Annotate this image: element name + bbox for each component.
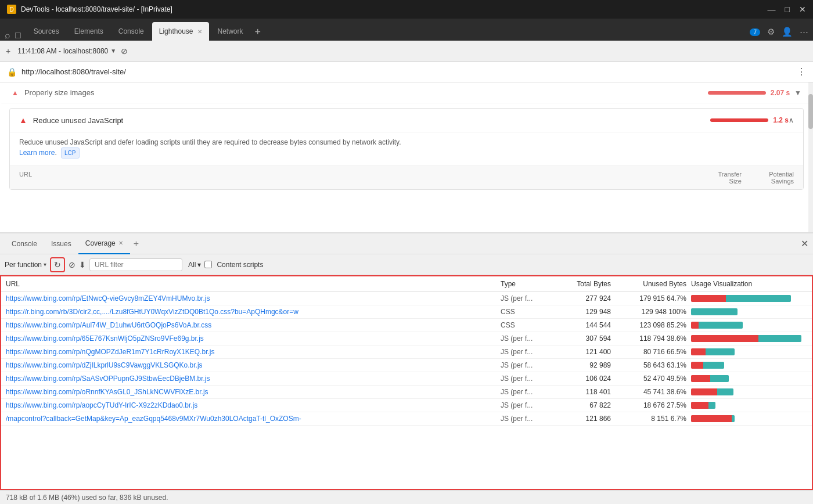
row-type: JS (per f...: [501, 401, 553, 409]
close-button[interactable]: ✕: [799, 5, 806, 14]
coverage-toolbar: Per function ▾ ↻ ⊘ ⬇ All ▾ Content scrip…: [0, 254, 813, 275]
viz-bar: [691, 375, 729, 382]
bottom-tab-issues[interactable]: Issues: [44, 233, 78, 254]
reload-and-record-button[interactable]: ↻: [50, 257, 65, 272]
row-url[interactable]: https://www.bing.com/rp/SaASvOPPupnGJ9St…: [6, 375, 501, 383]
export-coverage-button[interactable]: ⬇: [79, 260, 86, 269]
row-url[interactable]: https://r.bing.com/rb/3D/cir2,cc,..../Lz…: [6, 308, 501, 316]
viz-bar: [691, 322, 743, 329]
all-filter-dropdown[interactable]: All ▾: [188, 261, 201, 269]
table-row[interactable]: https://www.bing.com/rp/dZjILkprlU9sC9Va…: [1, 359, 812, 372]
bottom-tab-coverage[interactable]: Coverage ✕: [78, 233, 130, 254]
toolbar-url[interactable]: localhost:8080: [63, 47, 108, 55]
viz-bar: [691, 402, 715, 409]
bottom-tab-coverage-close[interactable]: ✕: [118, 240, 123, 246]
profile-icon[interactable]: 👤: [782, 27, 793, 37]
row-viz: [691, 362, 807, 369]
coverage-content-wrapper: URL Type Total Bytes Unused Bytes Usage …: [0, 275, 813, 490]
table-row[interactable]: https://www.bing.com/rp/65E767KsnWljO5pZ…: [1, 332, 812, 345]
learn-more-link[interactable]: Learn more: [19, 149, 55, 157]
bottom-tab-console[interactable]: Console: [5, 233, 44, 254]
url-filter-input[interactable]: [89, 258, 182, 271]
row-viz: [691, 388, 807, 395]
stop-coverage-button[interactable]: ⊘: [69, 260, 75, 269]
tab-elements[interactable]: Elements: [67, 22, 110, 41]
bottom-tab-issues-label: Issues: [51, 240, 71, 248]
row-url[interactable]: https://www.bing.com/rp/aopcCyTUdY-IrIC-…: [6, 401, 501, 409]
tab-lighthouse[interactable]: Lighthouse ✕: [152, 22, 210, 41]
table-row[interactable]: https://www.bing.com/rp/EtNwcQ-vieGvcy8m…: [1, 292, 812, 305]
minimize-button[interactable]: —: [768, 5, 776, 14]
table-row[interactable]: /mapcontrol?callback=GetMap&key=Ap_eazGq…: [1, 412, 812, 426]
audit-bar-container: [710, 118, 768, 122]
tab-lighthouse-close[interactable]: ✕: [197, 28, 202, 35]
notification-badge[interactable]: 7: [750, 28, 760, 36]
url-bar-text[interactable]: http://localhost:8080/travel-site/: [21, 67, 792, 76]
tab-console[interactable]: Console: [111, 22, 151, 41]
viz-bar-used: [691, 375, 710, 382]
table-row[interactable]: https://www.bing.com/rp/nQgMOPZdJeR1m7Y1…: [1, 345, 812, 359]
row-total: 118 401: [553, 388, 611, 396]
add-tab-icon[interactable]: +: [6, 46, 10, 56]
tab-elements-label: Elements: [74, 27, 103, 35]
audit-bar: [710, 118, 768, 122]
row-url[interactable]: https://www.bing.com/rp/oRnnfKYAsGL0_JSh…: [6, 388, 501, 396]
row-unused: 129 948 100%: [611, 308, 686, 316]
url-bar-menu-icon[interactable]: ⋮: [797, 66, 806, 77]
per-function-dropdown[interactable]: Per function ▾: [5, 261, 46, 269]
main-area: ▲ Properly size images 2.07 s ▼ ▲ Reduce…: [0, 82, 813, 504]
row-url[interactable]: https://www.bing.com/rp/nQgMOPZdJeR1m7Y1…: [6, 348, 501, 356]
toolbar-time: 11:41:08 AM -: [17, 47, 61, 55]
row-url[interactable]: https://www.bing.com/rp/Aul74W_D1uhwU6rt…: [6, 321, 501, 329]
toolbar-dropdown-icon[interactable]: ▼: [110, 48, 116, 54]
maximize-button[interactable]: □: [785, 5, 790, 14]
bottom-tab-add-button[interactable]: +: [130, 239, 142, 249]
content-scripts-checkbox[interactable]: [204, 261, 212, 268]
audit-item-partial[interactable]: ▲ Properly size images 2.07 s ▼: [0, 82, 813, 103]
audit-description-text: Reduce unused JavaScript and defer loadi…: [19, 138, 401, 146]
tab-add-button[interactable]: +: [251, 26, 265, 38]
inspect-icon[interactable]: ⌕: [5, 30, 10, 41]
row-unused: 8 151 6.7%: [611, 415, 686, 423]
table-row[interactable]: https://www.bing.com/rp/SaASvOPPupnGJ9St…: [1, 372, 812, 386]
row-unused: 80 716 66.5%: [611, 348, 686, 356]
coverage-table[interactable]: URL Type Total Bytes Unused Bytes Usage …: [1, 276, 812, 489]
settings-icon[interactable]: ⚙: [767, 27, 775, 37]
row-viz: [691, 415, 807, 422]
coverage-rows-container: https://www.bing.com/rp/EtNwcQ-vieGvcy8m…: [1, 292, 812, 426]
content-scripts-label[interactable]: Content scripts: [204, 261, 263, 269]
audit-chevron-icon[interactable]: ∧: [789, 116, 794, 124]
col-unused-header: Unused Bytes: [611, 280, 686, 288]
url-bar: 🔒 http://localhost:8080/travel-site/ ⋮: [0, 62, 813, 82]
row-url[interactable]: https://www.bing.com/rp/EtNwcQ-vieGvcy8m…: [6, 294, 501, 303]
table-row[interactable]: https://www.bing.com/rp/aopcCyTUdY-IrIC-…: [1, 399, 812, 412]
viz-bar: [691, 295, 791, 302]
tab-network[interactable]: Network: [210, 22, 250, 41]
partial-audit-bar: [708, 91, 766, 95]
device-icon[interactable]: □: [15, 30, 21, 41]
viz-bar-used: [691, 322, 699, 329]
row-url[interactable]: https://www.bing.com/rp/dZjILkprlU9sC9Va…: [6, 361, 501, 369]
lighthouse-scrollbar[interactable]: [808, 82, 813, 232]
lcp-badge: LCP: [61, 147, 79, 159]
row-url[interactable]: /mapcontrol?callback=GetMap&key=Ap_eazGq…: [6, 415, 501, 423]
viz-bar-unused: [703, 362, 724, 369]
tab-sources[interactable]: Sources: [27, 22, 66, 41]
viz-bar-unused: [708, 402, 715, 409]
block-icon[interactable]: ⊘: [121, 46, 128, 56]
row-url[interactable]: https://www.bing.com/rp/65E767KsnWljO5pZ…: [6, 334, 501, 343]
viz-bar: [691, 362, 724, 369]
tab-sources-label: Sources: [34, 27, 59, 35]
audit-section-reduce-js: ▲ Reduce unused JavaScript 1.2 s ∧ Reduc…: [9, 108, 804, 190]
audit-header[interactable]: ▲ Reduce unused JavaScript 1.2 s ∧: [10, 109, 803, 132]
table-row[interactable]: https://www.bing.com/rp/oRnnfKYAsGL0_JSh…: [1, 386, 812, 399]
more-options-icon[interactable]: ⋯: [800, 27, 808, 37]
table-row[interactable]: https://www.bing.com/rp/Aul74W_D1uhwU6rt…: [1, 319, 812, 332]
viz-bar-unused: [758, 335, 801, 342]
viz-bar: [691, 388, 733, 395]
table-row[interactable]: https://r.bing.com/rb/3D/cir2,cc,..../Lz…: [1, 305, 812, 319]
devtools-icon: D: [7, 5, 16, 14]
bottom-panel-close-button[interactable]: ✕: [801, 238, 808, 249]
lighthouse-scroll-thumb[interactable]: [808, 94, 813, 129]
per-function-arrow-icon: ▾: [44, 261, 46, 268]
